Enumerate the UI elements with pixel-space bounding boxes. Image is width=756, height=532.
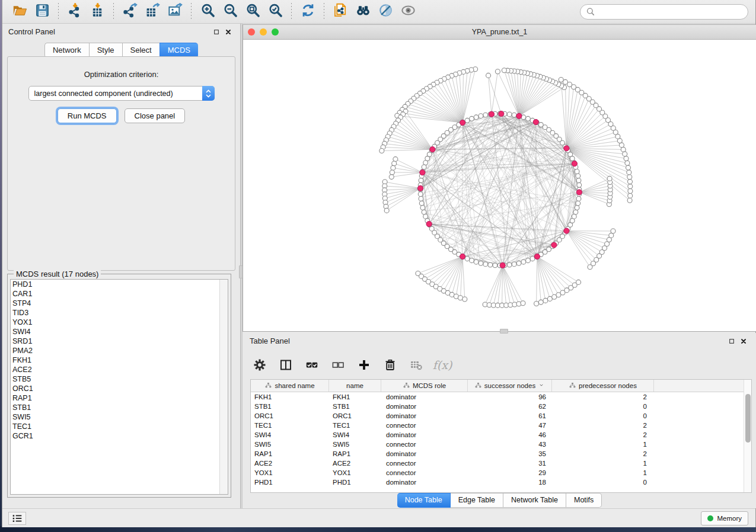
task-history-button[interactable] bbox=[8, 512, 26, 525]
network-from-selection-button[interactable] bbox=[329, 2, 352, 22]
table-row[interactable]: FKH1FKH1dominator962 bbox=[251, 392, 751, 402]
memory-button[interactable]: Memory bbox=[701, 511, 748, 525]
close-panel-icon[interactable] bbox=[222, 27, 234, 37]
deselect-all-rows-button[interactable] bbox=[329, 356, 347, 374]
cell-successor-nodes: 18 bbox=[468, 477, 552, 487]
tab-edge-table[interactable]: Edge Table bbox=[451, 493, 503, 508]
zoom-out-button[interactable] bbox=[219, 2, 241, 22]
tab-network-table[interactable]: Network Table bbox=[503, 493, 566, 508]
mcds-result-item[interactable]: STP4 bbox=[11, 299, 228, 308]
table-row[interactable]: ORC1ORC1dominator610 bbox=[251, 411, 751, 421]
optimization-criterion-dropdown[interactable]: largest connected component (undirected) bbox=[28, 86, 215, 101]
export-image-button[interactable] bbox=[164, 2, 186, 22]
export-image-icon bbox=[167, 2, 183, 21]
search-icon bbox=[585, 7, 596, 17]
save-session-button[interactable] bbox=[31, 2, 53, 22]
column-header-successor-nodes[interactable]: successor nodes bbox=[468, 380, 552, 392]
open-file-button[interactable] bbox=[8, 2, 31, 22]
cell-predecessor-nodes: 0 bbox=[552, 411, 654, 421]
table-row[interactable]: YOX1YOX1connector291 bbox=[251, 468, 751, 477]
import-table-icon bbox=[90, 2, 106, 21]
find-button[interactable] bbox=[352, 2, 374, 22]
sort-chevron-icon bbox=[538, 382, 545, 390]
export-table-button[interactable] bbox=[141, 2, 164, 22]
mcds-result-item[interactable]: PHD1 bbox=[11, 280, 228, 289]
table-row[interactable]: SWI4SWI4dominator462 bbox=[251, 430, 751, 440]
cell-name: YOX1 bbox=[329, 468, 381, 477]
cell-name: ORC1 bbox=[329, 411, 381, 421]
refresh-button[interactable] bbox=[296, 2, 319, 22]
toggle-panel-layout-button[interactable] bbox=[277, 356, 295, 374]
zoom-in-button[interactable] bbox=[196, 2, 219, 22]
network-window: YPA_prune.txt_1 bbox=[243, 24, 756, 332]
mcds-result-item[interactable]: STB5 bbox=[11, 374, 228, 384]
table-row[interactable]: STB1STB1dominator620 bbox=[251, 402, 751, 411]
zoom-in-icon bbox=[200, 2, 216, 21]
mcds-result-item[interactable]: SWI4 bbox=[11, 327, 228, 336]
mcds-result-item[interactable]: SWI5 bbox=[11, 412, 228, 422]
mcds-result-item[interactable]: SRD1 bbox=[11, 336, 228, 346]
column-settings-button[interactable] bbox=[251, 356, 269, 374]
mcds-result-item[interactable]: TEC1 bbox=[11, 422, 228, 431]
float-panel-icon[interactable] bbox=[210, 27, 222, 37]
mcds-result-list[interactable]: PHD1CAR1STP4TID3YOX1SWI4SRD1PMA2FKH1ACE2… bbox=[10, 279, 228, 495]
tab-node-table[interactable]: Node Table bbox=[397, 493, 451, 508]
zoom-selected-icon bbox=[267, 2, 283, 21]
cell-shared-name: ORC1 bbox=[251, 411, 329, 421]
export-network-button[interactable] bbox=[119, 2, 141, 22]
table-scrollbar[interactable] bbox=[744, 380, 751, 492]
close-panel-button[interactable]: Close panel bbox=[125, 108, 186, 123]
network-titlebar[interactable]: YPA_prune.txt_1 bbox=[243, 25, 756, 40]
show-hidden-button[interactable] bbox=[397, 2, 419, 22]
mcds-result-item[interactable]: RAP1 bbox=[11, 393, 228, 403]
delete-column-button[interactable] bbox=[381, 356, 399, 374]
export-table-icon bbox=[145, 2, 161, 21]
mcds-result-item[interactable]: GCR1 bbox=[11, 431, 228, 441]
column-header-predecessor-nodes[interactable]: predecessor nodes bbox=[552, 380, 654, 392]
hide-selected-button[interactable] bbox=[374, 2, 397, 22]
mcds-result-item[interactable]: ACE2 bbox=[11, 365, 228, 374]
table-row[interactable]: ACE2ACE2connector311 bbox=[251, 459, 751, 468]
cell-shared-name: STB1 bbox=[251, 402, 329, 411]
mcds-options-panel: Optimization criterion: largest connecte… bbox=[7, 56, 235, 271]
import-network-from-file-button[interactable] bbox=[63, 2, 86, 22]
network-canvas[interactable] bbox=[243, 40, 756, 331]
floppy-icon bbox=[34, 2, 50, 21]
table-row[interactable]: TEC1TEC1connector472 bbox=[251, 421, 751, 430]
mcds-result-item[interactable]: YOX1 bbox=[11, 318, 228, 327]
optimization-criterion-label: Optimization criterion: bbox=[8, 70, 235, 79]
cell-name: SWI4 bbox=[329, 430, 381, 440]
mcds-result-item[interactable]: STB1 bbox=[11, 403, 228, 412]
zoom-fit-button[interactable] bbox=[241, 2, 264, 22]
float-table-panel-icon[interactable] bbox=[726, 336, 738, 347]
column-header-MCDS-role[interactable]: MCDS role bbox=[381, 380, 468, 392]
mcds-result-item[interactable]: FKH1 bbox=[11, 355, 228, 365]
table-row[interactable]: PHD1PHD1dominator180 bbox=[251, 477, 751, 487]
table-row[interactable]: SWI5SWI5connector431 bbox=[251, 440, 751, 449]
import-table-from-file-button[interactable] bbox=[86, 2, 109, 22]
cell-name: STB1 bbox=[329, 402, 381, 411]
cell-successor-nodes: 31 bbox=[468, 459, 552, 468]
zoom-selected-button[interactable] bbox=[264, 2, 286, 22]
binoculars-icon bbox=[355, 2, 371, 21]
mcds-result-item[interactable]: CAR1 bbox=[11, 289, 228, 299]
memory-label: Memory bbox=[717, 515, 742, 522]
select-all-rows-button[interactable] bbox=[303, 356, 321, 374]
cell-name: TEC1 bbox=[329, 421, 381, 430]
table-row[interactable]: RAP1RAP1dominator352 bbox=[251, 449, 751, 459]
column-header-name[interactable]: name bbox=[329, 380, 381, 392]
search-box[interactable] bbox=[580, 4, 748, 20]
mcds-result-item[interactable]: ORC1 bbox=[11, 384, 228, 393]
column-header-shared-name[interactable]: shared name bbox=[251, 380, 329, 392]
mcds-list-scrollbar[interactable] bbox=[219, 280, 228, 494]
add-column-button[interactable] bbox=[355, 356, 373, 374]
tab-motifs[interactable]: Motifs bbox=[566, 493, 602, 508]
toolbar-separator bbox=[191, 3, 192, 21]
search-input[interactable] bbox=[596, 6, 748, 18]
mcds-result-item[interactable]: TID3 bbox=[11, 308, 228, 318]
close-table-panel-icon[interactable] bbox=[738, 336, 749, 347]
mcds-result-item[interactable]: PMA2 bbox=[11, 346, 228, 355]
run-mcds-button[interactable]: Run MCDS bbox=[58, 108, 117, 123]
table-scrollbar-thumb[interactable] bbox=[745, 394, 751, 443]
network-title: YPA_prune.txt_1 bbox=[243, 28, 756, 36]
